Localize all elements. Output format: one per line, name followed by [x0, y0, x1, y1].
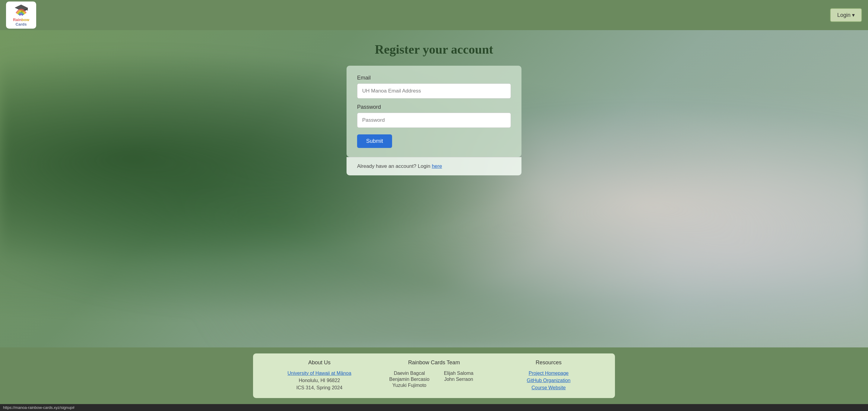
svg-point-3: [27, 10, 28, 11]
email-input[interactable]: [357, 83, 511, 99]
team-member-1: Daevin Bagcal: [390, 371, 430, 376]
team-member-5: Yuzuki Fujimoto: [390, 383, 430, 388]
footer-about: About Us University of Hawaii at Mānoa H…: [262, 359, 377, 390]
github-org-link[interactable]: GitHub Organization: [527, 378, 570, 383]
hero-section: Register your account Email Password Sub…: [0, 30, 868, 347]
about-header: About Us: [308, 359, 331, 366]
footer: About Us University of Hawaii at Mānoa H…: [0, 347, 868, 404]
email-section: Email: [357, 75, 511, 104]
about-city: Honolulu, HI 96822: [299, 378, 340, 383]
footer-inner: About Us University of Hawaii at Mānoa H…: [253, 353, 615, 398]
login-here-link[interactable]: here: [432, 163, 442, 169]
email-label: Email: [357, 75, 511, 81]
submit-button[interactable]: Submit: [357, 134, 392, 148]
password-section: Password: [357, 104, 511, 133]
team-member-6: [438, 383, 478, 388]
page-title: Register your account: [375, 42, 493, 57]
navbar: RainbowCards Login ▾: [0, 0, 868, 30]
register-form-card: Email Password Submit: [346, 66, 522, 157]
logo-text: RainbowCards: [13, 18, 29, 27]
password-label: Password: [357, 104, 511, 110]
team-grid: Daevin Bagcal Elijah Saloma Benjamin Ber…: [390, 371, 479, 388]
team-header: Rainbow Cards Team: [408, 359, 460, 366]
logo-link[interactable]: RainbowCards: [6, 1, 36, 29]
team-member-4: John Serraon: [438, 377, 478, 382]
course-website-link[interactable]: Course Website: [531, 385, 566, 390]
login-link-card: Already have an account? Login here: [346, 157, 522, 175]
logo-svg: [12, 3, 30, 18]
project-homepage-link[interactable]: Project Homepage: [529, 371, 569, 376]
team-member-2: Elijah Saloma: [438, 371, 478, 376]
about-university-link[interactable]: University of Hawaii at Mānoa: [287, 371, 351, 376]
status-bar: https://manoa-rainbow-cards.xyz/signup#: [0, 404, 868, 411]
status-url: https://manoa-rainbow-cards.xyz/signup#: [3, 405, 74, 410]
about-course: ICS 314, Spring 2024: [297, 385, 343, 390]
resources-header: Resources: [536, 359, 562, 366]
footer-team: Rainbow Cards Team Daevin Bagcal Elijah …: [377, 359, 491, 390]
footer-resources: Resources Project Homepage GitHub Organi…: [491, 359, 606, 390]
logo-box: RainbowCards: [6, 1, 36, 29]
team-member-3: Benjamin Bercasio: [390, 377, 430, 382]
login-prompt-text: Already have an account? Login: [357, 163, 432, 169]
password-input[interactable]: [357, 113, 511, 128]
login-button[interactable]: Login ▾: [830, 8, 862, 22]
